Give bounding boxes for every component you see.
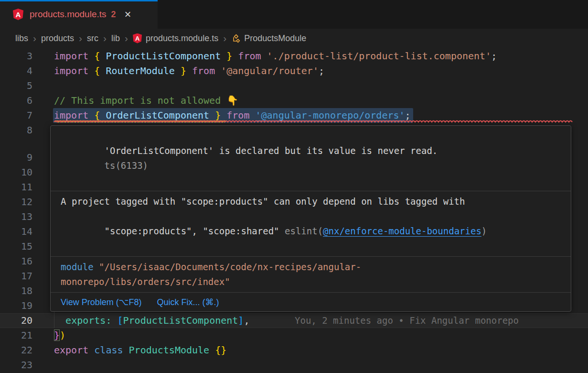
code-token: }: [181, 65, 186, 77]
line-number[interactable]: 6: [0, 93, 48, 108]
tab-products-module[interactable]: A products.module.ts 2 ×: [0, 0, 158, 29]
code-token: [261, 50, 267, 62]
code-token: }: [215, 110, 221, 121]
code-token: './product-list/product-list.component': [267, 50, 492, 62]
code-token: [100, 65, 106, 77]
code-token: [88, 344, 94, 356]
chevron-right-icon: ›: [79, 34, 82, 43]
line-number[interactable]: 9: [0, 150, 48, 165]
code-token: [186, 65, 192, 77]
git-blame-annotation: You, 2 minutes ago • Fix Angular monorep…: [295, 313, 519, 328]
code-token: ;: [319, 65, 324, 77]
code-token: {: [94, 65, 100, 77]
breadcrumb-item-products[interactable]: products: [41, 33, 74, 44]
code-line[interactable]: 5: [0, 78, 588, 93]
code-line[interactable]: 22export class ProductsModule {}: [0, 343, 588, 358]
breadcrumb-item-lib[interactable]: lib: [111, 33, 120, 44]
problem-hover-popup: 'OrderListComponent' is declared but its…: [50, 125, 571, 312]
code-token: import: [54, 65, 88, 77]
code-line[interactable]: 4import { RouterModule } from '@angular/…: [0, 64, 588, 78]
tab-bar: A products.module.ts 2 ×: [0, 0, 588, 29]
code-token: '@angular/router': [221, 65, 319, 77]
line-number[interactable]: 23: [0, 358, 48, 373]
line-number[interactable]: 12: [0, 195, 48, 209]
line-number[interactable]: 20: [0, 313, 48, 328]
code-token: [232, 50, 238, 62]
line-number[interactable]: 13: [0, 209, 48, 224]
breadcrumb-item-src[interactable]: src: [87, 33, 98, 44]
code-token: ProductListComponent: [106, 50, 221, 62]
code-token: {}: [215, 344, 226, 356]
view-problem-action[interactable]: View Problem (⌥F8): [61, 297, 141, 307]
module-specifier-link[interactable]: '@angular-monorepo/orders': [256, 110, 405, 121]
ts-diagnostic-code: ts(6133): [105, 160, 149, 171]
eslint-message-line1: A project tagged with "scope:products" c…: [61, 194, 561, 209]
line-number[interactable]: 7: [0, 108, 48, 123]
line-number[interactable]: 16: [0, 254, 48, 269]
code-token: from: [238, 50, 261, 62]
line-number[interactable]: 18: [0, 284, 48, 298]
code-token: // This import is not allowed 👇: [54, 95, 238, 106]
module-path-line1: "/Users/isaac/Documents/code/nx-recipes/…: [94, 262, 362, 272]
code-token: RouterModule: [106, 65, 175, 77]
module-path-line2: monorepo/libs/orders/src/index": [61, 276, 230, 287]
code-content: import { RouterModule } from '@angular/r…: [54, 64, 324, 78]
code-token: [88, 50, 94, 62]
line-number[interactable]: 4: [0, 64, 48, 78]
code-line[interactable]: 3import { ProductListComponent } from '.…: [0, 49, 588, 64]
class-symbol-icon: [231, 34, 240, 43]
line-number[interactable]: 14: [0, 224, 48, 239]
code-line[interactable]: 20 exports: [ProductListComponent],You, …: [0, 313, 588, 328]
code-token: ;: [405, 110, 411, 121]
eslint-source-suffix: ): [481, 226, 487, 236]
code-content: exports: [ProductListComponent],: [54, 313, 249, 328]
line-number[interactable]: 15: [0, 239, 48, 254]
code-token: [221, 110, 226, 121]
eslint-message-line2: "scope:products", "scope:shared": [105, 226, 285, 236]
code-token: ): [60, 329, 65, 341]
line-number[interactable]: 22: [0, 343, 48, 358]
breadcrumb-item-symbol[interactable]: ProductsModule: [244, 33, 306, 44]
code-line[interactable]: 7import { OrderListComponent } from '@an…: [0, 108, 588, 123]
code-token: [175, 65, 181, 77]
line-number[interactable]: 5: [0, 78, 48, 93]
code-token: [100, 50, 106, 62]
close-tab-icon[interactable]: ×: [125, 9, 131, 20]
chevron-right-icon: ›: [33, 34, 36, 43]
code-content: import { OrderListComponent } from '@ang…: [54, 108, 413, 123]
quick-fix-action[interactable]: Quick Fix... (⌘.): [157, 297, 219, 307]
line-number[interactable]: 8: [0, 123, 48, 138]
ts-diagnostic-message: 'OrderListComponent' is declared but its…: [105, 145, 438, 156]
hover-ts-diagnostic: 'OrderListComponent' is declared but its…: [51, 126, 571, 191]
code-token: ,: [244, 315, 249, 326]
code-line[interactable]: 21}): [0, 328, 588, 343]
angular-file-icon: A: [13, 9, 23, 20]
code-token: ;: [491, 50, 497, 62]
line-number[interactable]: 21: [0, 328, 48, 343]
line-number[interactable]: 17: [0, 269, 48, 284]
angular-file-icon: A: [133, 33, 142, 44]
line-number[interactable]: 3: [0, 49, 48, 64]
line-number[interactable]: 19: [0, 298, 48, 313]
code-token: {: [94, 50, 100, 62]
code-token: [221, 50, 226, 62]
hover-module-info: module "/Users/isaac/Documents/code/nx-r…: [51, 257, 571, 293]
breadcrumb-item-file[interactable]: products.module.ts: [146, 33, 218, 44]
tab-title: products.module.ts: [30, 9, 107, 20]
code-token: export: [54, 344, 88, 356]
code-token: }: [54, 329, 60, 341]
line-number[interactable]: 11: [0, 180, 48, 195]
hover-actions-bar: View Problem (⌥F8) Quick Fix... (⌘.): [51, 293, 571, 311]
code-token: [123, 344, 129, 356]
code-token: [249, 110, 255, 121]
code-token: from: [226, 110, 249, 121]
module-keyword: module: [61, 262, 94, 272]
eslint-rule-link[interactable]: @nx/enforce-module-boundaries: [323, 226, 481, 236]
code-token: [54, 315, 65, 326]
code-line[interactable]: 6// This import is not allowed 👇: [0, 93, 588, 108]
line-number[interactable]: 10: [0, 165, 48, 180]
breadcrumb-item-libs[interactable]: libs: [15, 33, 28, 44]
code-token: [111, 315, 117, 326]
chevron-right-icon: ›: [125, 34, 128, 43]
code-line[interactable]: 23: [0, 358, 588, 373]
